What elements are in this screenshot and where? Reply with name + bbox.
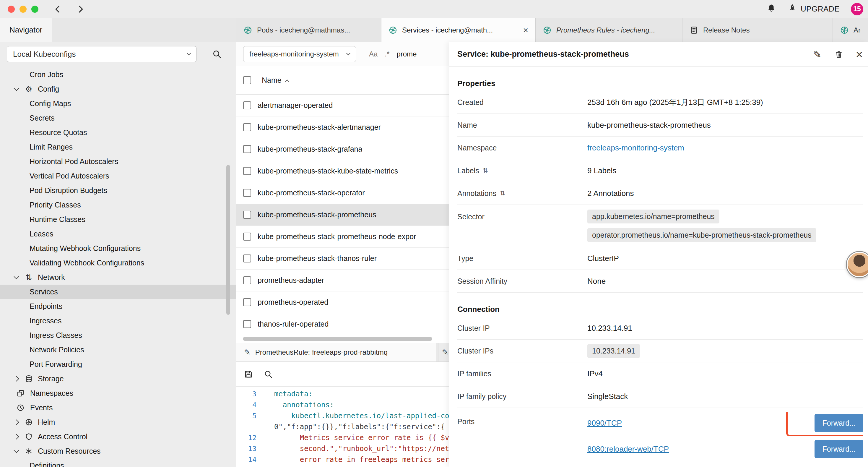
sidebar-item-definitions[interactable]: Definitions [0, 459, 236, 467]
table-row[interactable]: prometheus-operated [236, 291, 449, 313]
row-checkbox[interactable] [243, 298, 251, 306]
document-icon [689, 26, 699, 35]
namespace-link[interactable]: freeleaps-monitoring-system [587, 143, 684, 152]
zoom-window-button[interactable] [31, 6, 38, 13]
drawer-row-created: Created 253d 16h 6m ago (2025年1月13日 GMT+… [457, 91, 863, 114]
sidebar-item-network-policies[interactable]: Network Policies [0, 343, 236, 357]
sidebar-item-endpoints[interactable]: Endpoints [0, 299, 236, 314]
drawer-row-name: Name kube-prometheus-stack-prometheus [457, 114, 863, 137]
sidebar-item-resource-quotas[interactable]: Resource Quotas [0, 125, 236, 140]
sidebar-item-priority-classes[interactable]: Priority Classes [0, 198, 236, 212]
notification-badge[interactable]: 15 [851, 3, 863, 16]
sidebar-item-runtime-classes[interactable]: Runtime Classes [0, 212, 236, 227]
regex-toggle[interactable]: .* [385, 50, 390, 58]
sidebar-item-leases[interactable]: Leases [0, 227, 236, 241]
close-panel-button[interactable]: × [856, 49, 863, 60]
sidebar-item-horizontal-pod-autoscalers[interactable]: Horizontal Pod Autoscalers [0, 154, 236, 169]
sort-ascending-icon[interactable] [285, 80, 289, 84]
save-button[interactable] [244, 370, 253, 379]
minimize-window-button[interactable] [20, 6, 27, 13]
row-checkbox[interactable] [243, 276, 251, 284]
sidebar-scrollbar[interactable] [226, 165, 230, 315]
sidebar-item-namespaces[interactable]: Namespaces [0, 386, 236, 401]
column-name[interactable]: Name [262, 76, 282, 85]
tab-pods[interactable]: Pods - icecheng@mathmas... [236, 18, 381, 42]
table-row[interactable]: kube-prometheus-stack-operator [236, 182, 449, 204]
port-link[interactable]: 8080:reloader-web/TCP [587, 444, 669, 454]
horizontal-scrollbar[interactable] [236, 335, 449, 343]
row-checkbox[interactable] [243, 167, 251, 175]
yaml-editor[interactable]: 3metadata: 4 annotations: 5 kubectl.kube… [236, 387, 449, 467]
port-link[interactable]: 9090/TCP [587, 418, 622, 428]
sidebar-item-network[interactable]: ⇅Network [0, 270, 236, 285]
table-row[interactable]: thanos-ruler-operated [236, 313, 449, 335]
forward-button[interactable]: Forward... [814, 414, 863, 432]
namespace-select[interactable]: freeleaps-monitoring-system [243, 46, 356, 62]
row-checkbox[interactable] [243, 255, 251, 262]
row-checkbox[interactable] [243, 123, 251, 131]
close-icon[interactable]: × [523, 26, 528, 35]
sidebar-item-custom-resources[interactable]: Custom Resources [0, 444, 236, 459]
row-checkbox[interactable] [243, 189, 251, 197]
sidebar-item-ingresses[interactable]: Ingresses [0, 314, 236, 328]
table-row[interactable]: kube-prometheus-stack-thanos-ruler [236, 248, 449, 269]
table-row[interactable]: alertmanager-operated [236, 95, 449, 116]
drawer-row-labels: Labels⇅ 9 Labels [457, 159, 863, 182]
row-checkbox[interactable] [243, 233, 251, 241]
editor-search-button[interactable] [264, 370, 273, 379]
sidebar-item-cron-jobs[interactable]: Cron Jobs [0, 67, 236, 82]
sidebar-item-config-maps[interactable]: Config Maps [0, 96, 236, 111]
table-search-input[interactable]: Aa .* prome [369, 50, 416, 58]
tab-argo[interactable]: Argo Se [833, 18, 868, 42]
sidebar-item-access-control[interactable]: Access Control [0, 430, 236, 444]
forward-button[interactable] [75, 4, 86, 14]
table-row[interactable]: prometheus-adapter [236, 269, 449, 291]
sidebar-search-button[interactable] [212, 49, 222, 59]
custom-resources-icon [24, 447, 34, 455]
sidebar-item-ingress-classes[interactable]: Ingress Classes [0, 328, 236, 343]
table-row-selected[interactable]: kube-prometheus-stack-prometheus [236, 204, 449, 226]
dock-tab-partial[interactable]: ✎ [438, 343, 449, 361]
row-checkbox[interactable] [243, 211, 251, 219]
kubeconfig-select[interactable]: Local Kubeconfigs [7, 46, 196, 62]
sidebar-item-helm[interactable]: Helm [0, 415, 236, 430]
back-button[interactable] [53, 4, 63, 14]
tab-release-notes[interactable]: Release Notes [682, 18, 833, 42]
dock-tab-prometheusrule[interactable]: ✎ PrometheusRule: freeleaps-prod-rabbitm… [236, 343, 436, 361]
sidebar-item-port-forwarding[interactable]: Port Forwarding [0, 357, 236, 372]
sidebar-item-limit-ranges[interactable]: Limit Ranges [0, 140, 236, 154]
scrollbar-thumb[interactable] [243, 337, 432, 341]
chevron-right-icon [13, 376, 19, 381]
row-checkbox[interactable] [243, 320, 251, 328]
shield-icon [24, 433, 34, 441]
sidebar-item-secrets[interactable]: Secrets [0, 111, 236, 125]
table-row[interactable]: kube-prometheus-stack-prometheus-node-ex… [236, 226, 449, 248]
sidebar-item-pod-disruption-budgets[interactable]: Pod Disruption Budgets [0, 183, 236, 198]
tab-services[interactable]: Services - icecheng@math... × [381, 18, 536, 42]
table-row[interactable]: kube-prometheus-stack-alertmanager [236, 116, 449, 138]
close-window-button[interactable] [8, 6, 15, 13]
sidebar-item-config[interactable]: ⚙Config [0, 82, 236, 96]
row-checkbox[interactable] [243, 101, 251, 109]
sidebar-item-vertical-pod-autoscalers[interactable]: Vertical Pod Autoscalers [0, 169, 236, 183]
upgrade-button[interactable]: UPGRADE [788, 3, 840, 15]
sidebar-item-events[interactable]: Events [0, 401, 236, 415]
table-row[interactable]: kube-prometheus-stack-kube-state-metrics [236, 160, 449, 182]
row-checkbox[interactable] [243, 145, 251, 153]
sidebar-item-mutating-webhook-configurations[interactable]: Mutating Webhook Configurations [0, 241, 236, 256]
table-row[interactable]: kube-prometheus-stack-grafana [236, 138, 449, 160]
bell-icon[interactable] [766, 3, 776, 15]
network-icon: ⇅ [24, 273, 34, 282]
expand-sort-icon[interactable]: ⇅ [483, 167, 488, 174]
sidebar-item-validating-webhook-configurations[interactable]: Validating Webhook Configurations [0, 256, 236, 270]
editor-toolbar [236, 362, 449, 387]
tab-prometheus-rules[interactable]: Prometheus Rules - icecheng... [536, 18, 682, 42]
forward-button[interactable]: Forward... [814, 440, 863, 458]
sidebar-item-services[interactable]: Services [0, 285, 236, 299]
delete-button[interactable] [834, 50, 843, 59]
sidebar-item-storage[interactable]: Storage [0, 372, 236, 386]
match-case-toggle[interactable]: Aa [369, 50, 378, 58]
expand-sort-icon[interactable]: ⇅ [500, 189, 505, 197]
select-all-checkbox[interactable] [243, 76, 251, 84]
edit-button[interactable]: ✎ [813, 49, 822, 60]
